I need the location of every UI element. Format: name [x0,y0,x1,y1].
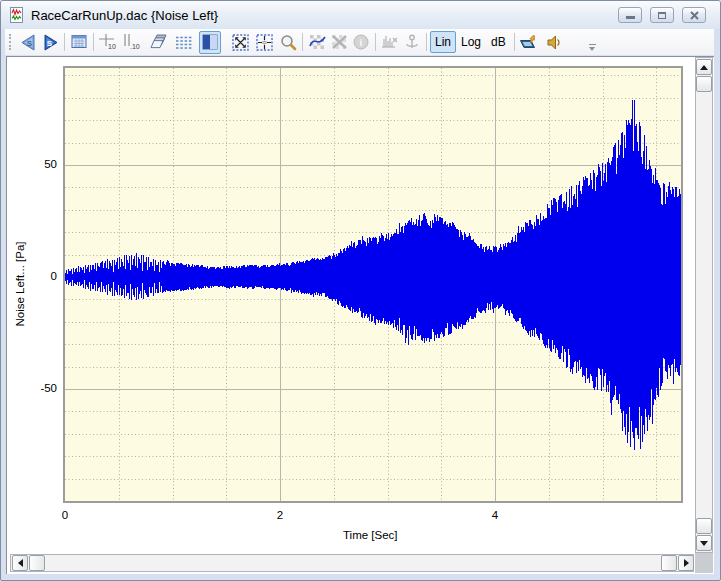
window-settings-button[interactable] [68,31,90,54]
anchor-button[interactable] [401,31,423,54]
log-button[interactable]: Log [456,31,486,53]
step-forward-button[interactable]: S [39,31,61,54]
zoom-in-selection-icon [255,33,274,52]
svg-text:.10: .10 [130,43,140,50]
close-button[interactable] [682,7,706,23]
cursor-cross-10-button[interactable]: 10 [97,31,119,54]
toolbar-separator [375,33,376,51]
magnifier-button[interactable] [277,31,299,54]
toolbar-separator [426,33,427,51]
magnifier-icon [279,33,298,52]
y-axis-label: Noise Left... [Pa] [14,239,26,329]
svg-text:10: 10 [108,43,116,50]
play-sound-button[interactable] [544,31,566,54]
restore-button[interactable] [650,7,674,23]
zoom-out-full-button[interactable] [229,31,251,54]
anchor-icon [403,33,421,51]
cursor-vertical-10-button[interactable]: .10 [119,31,141,54]
zoom-out-full-icon [231,33,250,52]
toolbar-separator [514,33,515,51]
cursor-vertical-10-icon: .10 [120,33,140,51]
scroll-down-button[interactable] [696,535,712,551]
x-tick-label: 4 [475,509,515,521]
fill-display-button[interactable] [199,31,221,54]
window-title: RaceCarRunUp.dac {Noise Left} [31,8,218,23]
cursor-cross-10-icon: 10 [98,33,118,51]
overflow-bar-icon [589,44,596,45]
minimize-button[interactable] [618,7,642,23]
db-button[interactable]: dB [486,31,511,53]
scroll-left-button[interactable] [12,555,28,571]
play-sound-icon [545,33,564,52]
toolbar-separator [302,33,303,51]
fill-display-icon [201,33,219,51]
close-icon [690,11,699,20]
scrollbar-corner [695,553,713,573]
cascade-views-button[interactable] [147,31,169,54]
vertical-scroll-thumb[interactable] [696,76,712,92]
svg-text:S: S [46,38,52,47]
y-tick-label: 50 [25,158,57,170]
x-tick-label: 0 [45,509,85,521]
toolbar-separator [64,33,65,51]
edit-curve-icon [308,33,327,51]
window-settings-icon [70,33,88,51]
y-tick-label: 0 [25,270,57,282]
cascade-views-icon [149,33,168,51]
horizontal-page-button[interactable] [661,555,677,571]
step-back-button[interactable]: S [17,31,39,54]
document-waveform-icon [9,7,25,23]
toolbar-separator [93,33,94,51]
send-to-display-button[interactable] [518,31,540,54]
zoom-in-selection-button[interactable] [253,31,275,54]
vertical-page-button[interactable] [696,518,712,534]
toolbar: SS10.10iLinLogdB [5,29,714,55]
svg-text:S: S [26,38,32,47]
vertical-scrollbar[interactable] [695,57,713,553]
minimize-icon [626,16,635,19]
restore-icon [658,12,666,19]
horizontal-scrollbar[interactable] [10,554,694,572]
delete-curve-icon [330,33,349,51]
step-forward-icon: S [40,33,61,52]
svg-text:i: i [360,37,363,48]
lin-button[interactable]: Lin [430,31,456,53]
left-arrow-icon [18,559,23,567]
x-axis-label: Time [Sec] [343,529,398,541]
down-arrow-icon [700,541,708,546]
info-button[interactable]: i [350,31,372,54]
waveform-canvas[interactable] [65,68,681,501]
scroll-up-button[interactable] [696,59,712,75]
info-icon: i [352,33,370,51]
spectrum-cursor-icon [380,33,400,51]
edit-curve-button[interactable] [306,31,328,54]
send-to-display-icon [518,33,539,52]
horizontal-scroll-thumb[interactable] [29,555,45,571]
plot-area[interactable] [63,66,683,503]
toolbar-overflow-button[interactable] [588,44,597,51]
delete-curve-button[interactable] [328,31,350,54]
x-tick-label: 2 [260,509,300,521]
titlebar[interactable]: RaceCarRunUp.dac {Noise Left} [1,1,720,29]
dashed-lines-button[interactable] [173,31,195,54]
dashed-lines-icon [174,33,194,51]
y-tick-label: -50 [25,382,57,394]
toolbar-grip[interactable] [9,34,14,50]
right-arrow-icon [684,559,689,567]
scroll-right-button[interactable] [678,555,694,571]
spectrum-cursor-button[interactable] [379,31,401,54]
up-arrow-icon [700,65,708,70]
overflow-arrow-icon [589,47,595,51]
step-back-icon: S [18,33,39,52]
